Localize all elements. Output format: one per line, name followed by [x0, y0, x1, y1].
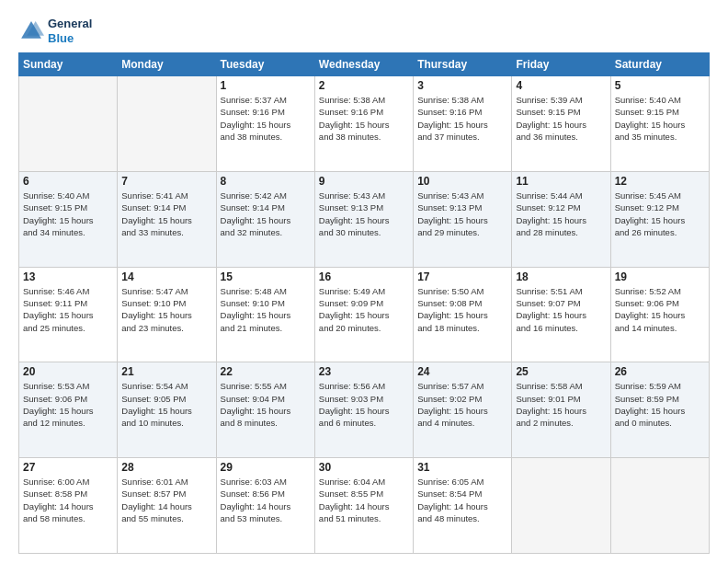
day-number: 1	[221, 79, 311, 92]
daylight-minutes-text: and 10 minutes.	[121, 417, 211, 429]
daylight-minutes-text: and 14 minutes.	[615, 322, 705, 334]
weekday-tuesday: Tuesday	[216, 53, 314, 76]
sunrise-text: Sunrise: 6:04 AM	[319, 476, 409, 488]
weekday-monday: Monday	[118, 53, 216, 76]
day-number: 5	[615, 79, 705, 92]
calendar-cell: 25Sunrise: 5:58 AMSunset: 9:01 PMDayligh…	[512, 362, 610, 458]
day-number: 4	[516, 79, 606, 92]
calendar-week-row: 27Sunrise: 6:00 AMSunset: 8:58 PMDayligh…	[19, 458, 710, 554]
daylight-hours-text: Daylight: 15 hours	[516, 309, 606, 321]
sunset-text: Sunset: 9:05 PM	[121, 393, 211, 405]
day-number: 23	[319, 365, 409, 378]
sunset-text: Sunset: 8:59 PM	[615, 393, 705, 405]
sunrise-text: Sunrise: 5:44 AM	[516, 190, 606, 201]
sunrise-text: Sunrise: 5:47 AM	[121, 285, 211, 297]
sunrise-text: Sunrise: 5:49 AM	[319, 285, 409, 297]
calendar-cell: 1Sunrise: 5:37 AMSunset: 9:16 PMDaylight…	[216, 76, 314, 172]
sunset-text: Sunset: 9:12 PM	[516, 201, 606, 213]
sunset-text: Sunset: 9:13 PM	[319, 201, 409, 213]
sunrise-text: Sunrise: 5:42 AM	[221, 190, 311, 201]
day-number: 14	[121, 270, 211, 283]
sunrise-text: Sunrise: 5:37 AM	[221, 94, 311, 106]
sunset-text: Sunset: 9:02 PM	[417, 393, 507, 405]
calendar-cell: 29Sunrise: 6:03 AMSunset: 8:56 PMDayligh…	[216, 458, 314, 554]
daylight-hours-text: Daylight: 15 hours	[23, 309, 113, 321]
sunrise-text: Sunrise: 5:58 AM	[516, 380, 606, 392]
sunrise-text: Sunrise: 5:51 AM	[516, 285, 606, 297]
day-number: 26	[615, 365, 705, 378]
sunset-text: Sunset: 9:16 PM	[221, 106, 311, 118]
calendar-table: SundayMondayTuesdayWednesdayThursdayFrid…	[18, 52, 710, 554]
sunrise-text: Sunrise: 5:43 AM	[319, 190, 409, 201]
daylight-minutes-text: and 29 minutes.	[417, 226, 507, 238]
sunrise-text: Sunrise: 5:43 AM	[417, 190, 507, 201]
calendar-cell: 27Sunrise: 6:00 AMSunset: 8:58 PMDayligh…	[19, 458, 118, 554]
daylight-minutes-text: and 53 minutes.	[221, 512, 311, 524]
day-number: 2	[319, 79, 409, 92]
calendar-cell: 30Sunrise: 6:04 AMSunset: 8:55 PMDayligh…	[314, 458, 413, 554]
calendar-cell: 5Sunrise: 5:40 AMSunset: 9:15 PMDaylight…	[610, 76, 709, 172]
calendar-cell: 20Sunrise: 5:53 AMSunset: 9:06 PMDayligh…	[19, 362, 118, 458]
daylight-hours-text: Daylight: 14 hours	[319, 500, 409, 512]
calendar-cell: 24Sunrise: 5:57 AMSunset: 9:02 PMDayligh…	[414, 362, 512, 458]
day-number: 7	[121, 175, 211, 188]
calendar-body: 1Sunrise: 5:37 AMSunset: 9:16 PMDaylight…	[19, 76, 710, 554]
daylight-hours-text: Daylight: 15 hours	[615, 119, 705, 131]
sunset-text: Sunset: 9:16 PM	[319, 106, 409, 118]
daylight-minutes-text: and 28 minutes.	[516, 226, 606, 238]
calendar-cell: 12Sunrise: 5:45 AMSunset: 9:12 PMDayligh…	[610, 171, 709, 267]
daylight-hours-text: Daylight: 15 hours	[417, 214, 507, 226]
sunrise-text: Sunrise: 5:56 AM	[319, 380, 409, 392]
calendar-cell: 26Sunrise: 5:59 AMSunset: 8:59 PMDayligh…	[610, 362, 709, 458]
day-number: 13	[23, 270, 113, 283]
daylight-minutes-text: and 37 minutes.	[417, 131, 507, 143]
sunrise-text: Sunrise: 5:45 AM	[615, 190, 705, 201]
sunrise-text: Sunrise: 5:59 AM	[615, 380, 705, 392]
weekday-saturday: Saturday	[610, 53, 709, 76]
daylight-minutes-text: and 32 minutes.	[221, 226, 311, 238]
daylight-hours-text: Daylight: 15 hours	[121, 214, 211, 226]
daylight-hours-text: Daylight: 14 hours	[121, 500, 211, 512]
day-number: 15	[221, 270, 311, 283]
sunrise-text: Sunrise: 5:40 AM	[615, 94, 705, 106]
sunset-text: Sunset: 9:14 PM	[121, 201, 211, 213]
daylight-hours-text: Daylight: 15 hours	[221, 119, 311, 131]
daylight-hours-text: Daylight: 15 hours	[319, 405, 409, 417]
sunrise-text: Sunrise: 5:38 AM	[319, 94, 409, 106]
daylight-hours-text: Daylight: 15 hours	[615, 405, 705, 417]
calendar-cell: 13Sunrise: 5:46 AMSunset: 9:11 PMDayligh…	[19, 267, 118, 362]
sunrise-text: Sunrise: 5:40 AM	[23, 190, 113, 201]
daylight-hours-text: Daylight: 15 hours	[121, 405, 211, 417]
daylight-hours-text: Daylight: 15 hours	[319, 214, 409, 226]
sunset-text: Sunset: 9:10 PM	[121, 297, 211, 309]
daylight-hours-text: Daylight: 15 hours	[516, 119, 606, 131]
sunset-text: Sunset: 9:03 PM	[319, 393, 409, 405]
daylight-hours-text: Daylight: 15 hours	[221, 405, 311, 417]
daylight-minutes-text: and 6 minutes.	[319, 417, 409, 429]
calendar-cell: 9Sunrise: 5:43 AMSunset: 9:13 PMDaylight…	[314, 171, 413, 267]
daylight-minutes-text: and 38 minutes.	[221, 131, 311, 143]
daylight-hours-text: Daylight: 15 hours	[417, 405, 507, 417]
daylight-hours-text: Daylight: 15 hours	[221, 309, 311, 321]
weekday-wednesday: Wednesday	[314, 53, 413, 76]
sunset-text: Sunset: 8:56 PM	[221, 488, 311, 500]
sunset-text: Sunset: 9:14 PM	[221, 201, 311, 213]
sunset-text: Sunset: 9:10 PM	[221, 297, 311, 309]
calendar-cell: 2Sunrise: 5:38 AMSunset: 9:16 PMDaylight…	[314, 76, 413, 172]
daylight-hours-text: Daylight: 15 hours	[221, 214, 311, 226]
day-number: 9	[319, 175, 409, 188]
sunset-text: Sunset: 9:16 PM	[417, 106, 507, 118]
daylight-minutes-text: and 0 minutes.	[615, 417, 705, 429]
logo-text: General Blue	[48, 17, 92, 45]
calendar-week-row: 1Sunrise: 5:37 AMSunset: 9:16 PMDaylight…	[19, 76, 710, 172]
day-number: 24	[417, 365, 507, 378]
daylight-minutes-text: and 18 minutes.	[417, 322, 507, 334]
daylight-hours-text: Daylight: 14 hours	[221, 500, 311, 512]
header: General Blue	[18, 17, 710, 45]
calendar-cell	[19, 76, 118, 172]
sunrise-text: Sunrise: 5:55 AM	[221, 380, 311, 392]
daylight-hours-text: Daylight: 15 hours	[516, 405, 606, 417]
calendar-cell: 14Sunrise: 5:47 AMSunset: 9:10 PMDayligh…	[118, 267, 216, 362]
calendar-cell: 4Sunrise: 5:39 AMSunset: 9:15 PMDaylight…	[512, 76, 610, 172]
sunrise-text: Sunrise: 5:46 AM	[23, 285, 113, 297]
